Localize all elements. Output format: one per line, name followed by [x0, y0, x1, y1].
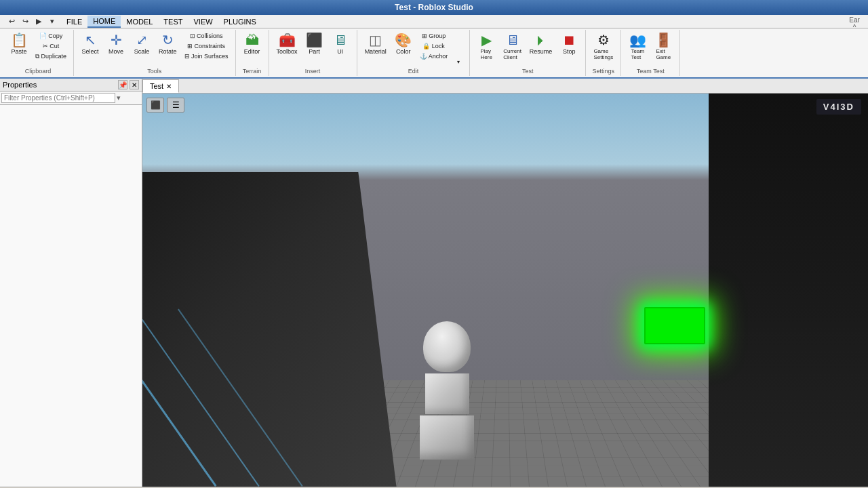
dropdown-arrow[interactable]: ▾: [46, 16, 58, 28]
team-test-label: Team Test: [637, 66, 665, 75]
constraints-btn[interactable]: ⊞ Constraints: [182, 41, 231, 51]
tools-group: ↖ Select ✛ Move ⤢ Scale ↻ Rotate ⊡ Colli…: [74, 30, 236, 76]
char-lower: [420, 415, 474, 460]
viewport-tab-test[interactable]: Test ✕: [142, 79, 179, 93]
quick-access: ↩ ↪ ▶ ▾: [3, 16, 61, 28]
settings-group: ⚙ GameSettings Settings: [586, 30, 621, 76]
resume-btn[interactable]: ⏵ Resume: [526, 31, 556, 57]
menu-test[interactable]: TEST: [158, 16, 188, 27]
settings-label: Settings: [593, 66, 615, 75]
tab-close-btn[interactable]: ✕: [166, 83, 172, 90]
properties-pin-btn[interactable]: 📌: [118, 80, 127, 89]
title-text: Test - Roblox Studio: [395, 3, 473, 12]
version-badge: V4I3D: [816, 99, 861, 115]
viewport-container: Test ✕: [142, 79, 868, 487]
properties-title: Properties: [3, 81, 37, 89]
run-btn[interactable]: ▶: [33, 16, 45, 28]
properties-body: [0, 105, 142, 487]
properties-header: Properties 📌 ✕: [0, 79, 142, 92]
menu-view[interactable]: VIEW: [188, 16, 218, 27]
properties-filter: ▾: [0, 92, 142, 105]
select-btn[interactable]: ↖ Select: [78, 31, 102, 57]
dark-shape-right: [709, 94, 868, 487]
tab-bar: Test ✕: [142, 79, 868, 94]
ui-btn[interactable]: 🖥 UI: [328, 31, 353, 57]
toolbox-btn[interactable]: 🧰 Toolbox: [273, 31, 301, 57]
cut-btn[interactable]: ✂ Cut: [33, 41, 69, 51]
copy-btn[interactable]: 📄 Copy: [33, 31, 69, 41]
team-test-group: 👥 TeamTest 🚪 ExitGame Team Test: [621, 30, 680, 76]
rotate-btn[interactable]: ↻ Rotate: [155, 31, 180, 57]
viewport[interactable]: ⬛ ☰ V4I3D: [142, 94, 868, 487]
game-settings-btn[interactable]: ⚙ GameSettings: [590, 31, 616, 62]
current-client-btn[interactable]: 🖥 CurrentClient: [500, 31, 525, 62]
menu-model[interactable]: MODEL: [121, 16, 158, 27]
edit-more-btn[interactable]: ▾: [452, 58, 465, 66]
stop-btn[interactable]: ⏹ Stop: [557, 31, 581, 57]
team-btn[interactable]: 👥 TeamTest: [625, 31, 650, 62]
collisions-btn[interactable]: ⊡ Collisions: [182, 31, 231, 41]
ear-label: Ear: [849, 16, 860, 24]
insert-label: Insert: [305, 66, 321, 75]
duplicate-btn[interactable]: ⧉ Duplicate: [33, 52, 69, 62]
redo-btn[interactable]: ↪: [19, 16, 31, 28]
menu-home[interactable]: HOME: [87, 16, 121, 28]
char-head: [423, 321, 471, 372]
clipboard-label: Clipboard: [25, 66, 52, 75]
edit-group: ◫ Material 🎨 Color ⊞ Group 🔒 Lock ⚓ Anch…: [357, 30, 471, 76]
clipboard-group: 📋 Paste 📄 Copy ✂ Cut ⧉ Duplicate Clipboa…: [3, 30, 74, 76]
title-bar: Test - Roblox Studio: [0, 0, 868, 15]
ribbon: 📋 Paste 📄 Copy ✂ Cut ⧉ Duplicate Clipboa…: [0, 28, 868, 79]
properties-panel: Properties 📌 ✕ ▾: [0, 79, 142, 487]
join-surfaces-btn[interactable]: ⊟ Join Surfaces: [182, 52, 231, 61]
part-btn[interactable]: ⬛ Part: [302, 31, 327, 57]
view-list-btn[interactable]: ☰: [167, 98, 184, 113]
test-group: ▶ PlayHere 🖥 CurrentClient ⏵ Resume ⏹ St…: [470, 30, 586, 76]
group-btn[interactable]: ⊞ Group: [417, 31, 451, 41]
editor-btn[interactable]: 🏔 Editor: [240, 31, 264, 57]
exit-game-btn[interactable]: 🚪 ExitGame: [651, 31, 675, 62]
tab-test-label: Test: [150, 82, 163, 90]
ear-panel: Ear ^: [841, 0, 868, 47]
tools-label: Tools: [147, 66, 161, 75]
view-buttons: ⬛ ☰: [146, 98, 184, 113]
terrain-label: Terrain: [243, 66, 262, 75]
test-label: Test: [522, 66, 534, 75]
move-btn[interactable]: ✛ Move: [104, 31, 128, 57]
properties-filter-dropdown[interactable]: ▾: [117, 94, 121, 102]
menu-plugins[interactable]: PLUGINS: [218, 16, 262, 27]
scale-btn[interactable]: ⤢ Scale: [130, 31, 154, 57]
undo-btn[interactable]: ↩: [5, 16, 18, 28]
char-torso: [425, 373, 469, 414]
insert-group: 🧰 Toolbox ⬛ Part 🖥 UI Insert: [269, 30, 357, 76]
menu-bar: ↩ ↪ ▶ ▾ FILE HOME MODEL TEST VIEW PLUGIN…: [0, 15, 868, 28]
play-here-btn[interactable]: ▶ PlayHere: [474, 31, 498, 62]
edit-label: Edit: [408, 66, 419, 75]
workspace: Properties 📌 ✕ ▾ Test ✕: [0, 79, 868, 487]
green-block: [644, 307, 705, 344]
material-btn[interactable]: ◫ Material: [361, 31, 390, 57]
color-btn[interactable]: 🎨 Color: [391, 31, 416, 57]
menu-file[interactable]: FILE: [61, 16, 87, 27]
ribbon-content: 📋 Paste 📄 Copy ✂ Cut ⧉ Duplicate Clipboa…: [0, 28, 868, 77]
terrain-group: 🏔 Editor Terrain: [236, 30, 269, 76]
properties-close-btn[interactable]: ✕: [130, 80, 139, 89]
anchor-btn[interactable]: ⚓ Anchor: [417, 52, 451, 61]
main-container: Properties 📌 ✕ ▾ Test ✕: [0, 79, 868, 487]
roblox-character: [420, 321, 474, 460]
lock-btn[interactable]: 🔒 Lock: [417, 41, 451, 51]
properties-filter-input[interactable]: [1, 93, 115, 103]
paste-btn[interactable]: 📋 Paste: [7, 31, 31, 57]
view-cube-btn[interactable]: ⬛: [146, 98, 164, 113]
ear-caret: ^: [853, 24, 856, 31]
